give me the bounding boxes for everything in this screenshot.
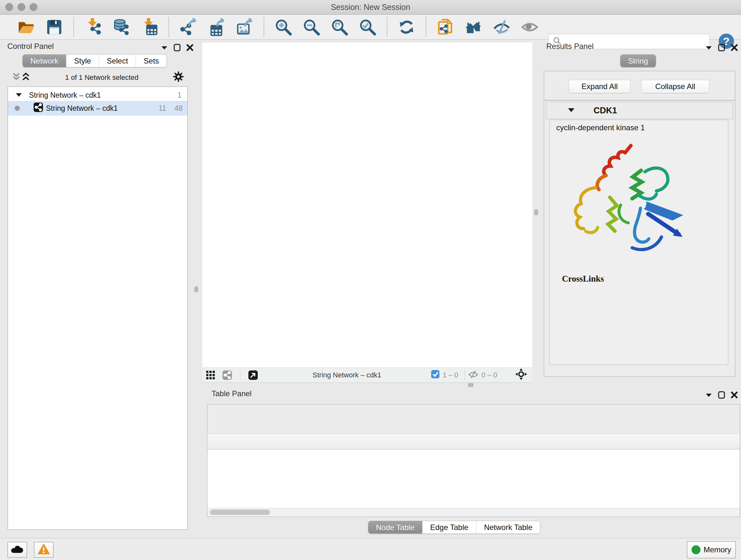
network-view-title: String Network – cdk1	[263, 371, 431, 379]
application-window: Session: New Session ? Control Panel Net…	[0, 0, 741, 560]
panel-menu-icon[interactable]	[705, 392, 712, 399]
zoom-selected-icon[interactable]	[358, 18, 377, 37]
network-tree-root-row[interactable]: String Network – cdk1 1	[8, 89, 187, 102]
cdk1-section-header[interactable]: CDK1	[546, 102, 733, 119]
toolbar-separator	[426, 17, 426, 37]
network-list-toolbar: 1 of 1 Network selected	[8, 70, 187, 85]
window-title: Session: New Session	[0, 3, 741, 12]
network-share-icon	[33, 102, 44, 114]
zoom-in-icon[interactable]	[274, 18, 293, 37]
results-panel: Results Panel String Expand All Collapse…	[541, 40, 741, 385]
gear-icon[interactable]	[173, 71, 184, 84]
panel-menu-icon[interactable]	[161, 44, 168, 52]
show-graphics-icon[interactable]	[492, 18, 511, 37]
toolbar-separator	[169, 17, 169, 37]
tab-edge-table[interactable]: Edge Table	[422, 521, 476, 534]
string-results-container: Expand All Collapse All CDK1 cyclin-depe…	[544, 71, 735, 377]
tab-style[interactable]: Style	[66, 55, 98, 67]
toolbar-separator	[387, 17, 387, 37]
hidden-counts: 0 – 0	[482, 371, 497, 379]
panel-close-icon[interactable]	[731, 391, 738, 400]
hidden-eye-icon[interactable]	[468, 370, 478, 381]
tab-select[interactable]: Select	[98, 55, 136, 67]
results-panel-title: Results Panel	[546, 42, 594, 51]
open-in-window-icon[interactable]	[247, 367, 259, 383]
panel-float-icon[interactable]	[718, 391, 725, 400]
node-description: cyclin-dependent kinase 1	[556, 123, 645, 132]
network-overview-icon[interactable]	[221, 367, 233, 383]
refresh-icon[interactable]	[397, 18, 416, 37]
tab-node-table[interactable]: Node Table	[368, 521, 422, 534]
memory-status-icon	[691, 545, 700, 554]
table-tabs: Node TableEdge TableNetwork Table	[368, 521, 540, 534]
table-horizontal-scrollbar[interactable]	[207, 508, 740, 516]
expand-all-button[interactable]: Expand All	[569, 80, 630, 93]
table-panel: Table Panel Node TableEdge TableNetwork …	[202, 385, 741, 538]
warnings-button[interactable]	[34, 542, 54, 558]
tab-network[interactable]: Network	[23, 55, 66, 67]
toolbar-separator	[73, 17, 74, 37]
status-bar: Memory	[0, 538, 741, 560]
network-view-toolbar: String Network – cdk1 1 – 0 0 – 0	[202, 368, 532, 383]
selected-checkbox-icon[interactable]	[431, 370, 440, 380]
titlebar: Session: New Session	[0, 0, 741, 15]
network-status-dot	[15, 106, 20, 111]
import-network-icon[interactable]	[84, 18, 103, 37]
table-panel-title: Table Panel	[212, 389, 252, 398]
right-splitter-handle[interactable]	[534, 209, 538, 215]
save-icon[interactable]	[45, 18, 64, 37]
results-panel-window-controls	[705, 44, 738, 53]
node-table-container	[207, 404, 740, 517]
main-toolbar: ?	[0, 15, 741, 40]
eye-icon[interactable]	[521, 18, 539, 37]
collapse-all-button[interactable]: Collapse All	[641, 80, 710, 93]
table-toolbar	[207, 405, 740, 434]
panel-close-icon[interactable]	[186, 44, 193, 52]
cloud-icon	[11, 544, 23, 555]
import-table-icon[interactable]	[140, 18, 158, 37]
table-header-row	[207, 434, 740, 449]
warning-icon	[38, 544, 50, 556]
cdk1-details: cyclin-dependent kinase 1	[549, 120, 728, 365]
table-panel-window-controls	[705, 391, 738, 400]
zoom-out-icon[interactable]	[302, 18, 321, 37]
memory-button[interactable]: Memory	[687, 541, 736, 558]
panel-float-icon[interactable]	[718, 44, 725, 53]
tab-network-table[interactable]: Network Table	[476, 521, 540, 534]
export-network-icon[interactable]	[179, 18, 198, 37]
selected-counts: 1 – 0	[443, 371, 458, 379]
node-count: 11	[158, 104, 166, 113]
table-row[interactable]	[207, 449, 740, 463]
node-name-heading: CDK1	[594, 106, 617, 116]
panel-float-icon[interactable]	[174, 44, 181, 53]
export-table-icon[interactable]	[207, 18, 226, 37]
tree-expander-icon[interactable]	[16, 91, 22, 100]
open-folder-icon[interactable]	[17, 18, 36, 37]
collapse-all-icon[interactable]	[11, 71, 21, 84]
control-panel-tabs: NetworkStyleSelectSets	[22, 54, 167, 67]
scrollbar-handle[interactable]	[210, 509, 270, 515]
tab-sets[interactable]: Sets	[136, 55, 166, 67]
control-panel-title: Control Panel	[7, 42, 54, 51]
panel-close-icon[interactable]	[731, 44, 738, 52]
left-splitter-handle[interactable]	[194, 287, 198, 292]
network-tree-selected-row[interactable]: String Network – cdk1 11 48	[8, 101, 187, 116]
string-network-graph[interactable]	[202, 43, 532, 368]
edge-count: 48	[175, 104, 183, 113]
network-tree: String Network – cdk1 1 String Network –…	[8, 86, 188, 530]
control-panel-window-controls	[161, 44, 193, 53]
pan-crosshair-icon[interactable]	[515, 368, 527, 382]
export-image-icon[interactable]	[235, 18, 254, 37]
expand-all-icon[interactable]	[21, 71, 30, 84]
network-canvas[interactable]	[202, 43, 532, 368]
home-icon[interactable]	[464, 18, 483, 37]
birdseye-grid-icon[interactable]	[205, 367, 216, 383]
network-selection-status: 1 of 1 Network selected	[30, 73, 173, 82]
import-database-icon[interactable]	[112, 18, 131, 37]
panel-menu-icon[interactable]	[705, 44, 712, 52]
tab-string[interactable]: String	[620, 54, 656, 67]
section-expander-icon[interactable]	[567, 107, 575, 114]
cloud-button[interactable]	[7, 542, 27, 558]
zoom-fit-icon[interactable]	[330, 18, 349, 37]
copy-style-icon[interactable]	[436, 18, 455, 37]
